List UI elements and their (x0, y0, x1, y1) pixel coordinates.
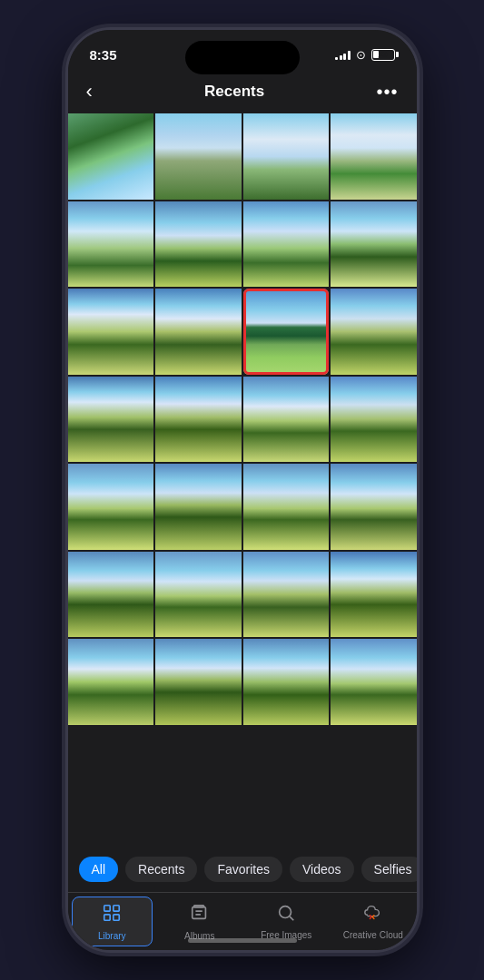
filter-tab-selfies[interactable]: Selfies (361, 857, 417, 882)
filter-tab-favorites[interactable]: Favorites (204, 857, 282, 882)
photo-cell[interactable] (155, 464, 242, 550)
library-label: Library (98, 931, 126, 941)
home-indicator (188, 938, 297, 943)
svg-line-9 (290, 916, 293, 920)
battery-level: 29 (378, 50, 387, 59)
photo-cell[interactable] (155, 201, 242, 288)
wifi-icon: ⊙ (356, 48, 366, 62)
photo-cell[interactable] (155, 552, 242, 638)
filter-tab-recents[interactable]: Recents (125, 857, 197, 882)
photo-cell[interactable] (243, 113, 330, 200)
creative-cloud-icon (363, 903, 383, 926)
volume-down-button (65, 264, 67, 318)
power-button (418, 175, 420, 239)
photo-cell[interactable] (155, 639, 242, 725)
more-button[interactable]: ••• (376, 82, 398, 103)
volume-up-button (65, 202, 67, 257)
svg-rect-4 (193, 906, 206, 918)
photo-cell[interactable] (331, 289, 417, 375)
svg-point-8 (280, 906, 291, 918)
svg-rect-0 (104, 905, 110, 910)
photo-cell[interactable] (331, 377, 417, 463)
photo-cell[interactable] (68, 464, 154, 550)
library-icon (102, 903, 122, 927)
photo-cell[interactable] (68, 201, 154, 288)
photo-cell[interactable] (331, 552, 417, 638)
filter-tab-all[interactable]: All (79, 857, 119, 882)
photo-grid-inner (68, 113, 417, 725)
photo-cell-highlighted[interactable] (243, 289, 330, 375)
photo-cell[interactable] (331, 113, 417, 200)
back-button[interactable]: ‹ (86, 80, 93, 103)
photo-cell[interactable] (68, 289, 154, 375)
app-content: 8:35 ⊙ 29 ‹ Recents ••• (68, 30, 417, 950)
battery-icon: 29 (371, 49, 395, 61)
photo-cell[interactable] (155, 289, 242, 375)
photo-cell[interactable] (243, 377, 330, 463)
photo-cell[interactable] (68, 377, 154, 463)
bottom-nav-creative-cloud[interactable]: Creative Cloud (333, 897, 413, 946)
photo-cell[interactable] (243, 639, 330, 725)
dynamic-island (185, 41, 300, 74)
status-time: 8:35 (90, 47, 117, 63)
photo-cell[interactable] (68, 113, 154, 200)
svg-rect-3 (114, 914, 119, 919)
photo-cell[interactable] (243, 464, 330, 550)
photo-cell[interactable] (243, 201, 330, 288)
status-icons: ⊙ 29 (335, 48, 395, 62)
photo-cell[interactable] (155, 377, 242, 463)
phone-frame: 8:35 ⊙ 29 ‹ Recents ••• (65, 27, 420, 953)
svg-rect-1 (114, 905, 119, 910)
photo-cell[interactable] (331, 639, 417, 725)
page-title: Recents (204, 83, 264, 101)
svg-rect-2 (104, 914, 110, 919)
signal-icon (335, 49, 351, 60)
photo-cell[interactable] (68, 639, 154, 725)
photo-cell[interactable] (331, 201, 417, 288)
navigation-bar: ‹ Recents ••• (68, 70, 417, 113)
silent-switch (65, 157, 67, 193)
photo-cell[interactable] (331, 464, 417, 550)
creative-cloud-label: Creative Cloud (343, 930, 403, 940)
albums-icon (190, 903, 210, 927)
photo-cell[interactable] (68, 552, 154, 638)
svg-rect-5 (193, 905, 203, 906)
photo-cell[interactable] (155, 113, 242, 200)
free-images-icon (276, 903, 296, 926)
filter-tabs-bar: All Recents Favorites Videos Selfies (68, 847, 417, 892)
photo-grid (68, 113, 417, 847)
bottom-nav-library[interactable]: Library (72, 897, 153, 946)
photo-cell[interactable] (243, 552, 330, 638)
filter-tab-videos[interactable]: Videos (290, 857, 354, 882)
